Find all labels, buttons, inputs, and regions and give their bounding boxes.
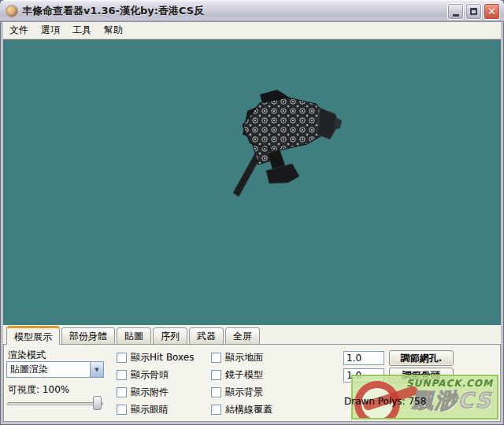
tab-fullscreen[interactable]: 全屏 bbox=[225, 327, 260, 344]
minimize-button[interactable] bbox=[447, 3, 464, 20]
menu-options[interactable]: 選項 bbox=[35, 22, 66, 39]
window-controls: ✕ bbox=[447, 3, 500, 20]
window-title: 丰條命查看器v1.36-漢化by:香港CS反 bbox=[22, 4, 204, 18]
maximize-button[interactable] bbox=[465, 3, 482, 20]
slider-track[interactable] bbox=[7, 402, 103, 405]
adjust-mesh-button[interactable]: 調節網孔. bbox=[389, 350, 454, 366]
model-viewport[interactable] bbox=[3, 39, 501, 325]
render-mode-select[interactable]: 貼圖渲染 ▼ bbox=[6, 361, 104, 378]
menu-bar: 文件 選項 工具 幫助 bbox=[3, 22, 501, 39]
tab-textures[interactable]: 貼圖 bbox=[117, 327, 151, 344]
menu-tools[interactable]: 工具 bbox=[66, 22, 98, 39]
control-panel: 渲染模式 貼圖渲染 ▼ 可視度: 100% 顯示Hit Boxes 顯示骨頭 bbox=[3, 344, 501, 422]
checkbox-icon[interactable] bbox=[117, 370, 127, 380]
app-icon[interactable] bbox=[6, 5, 18, 17]
titlebar: 丰條命查看器v1.36-漢化by:香港CS反 ✕ bbox=[0, 0, 504, 22]
checkbox-icon[interactable] bbox=[117, 387, 127, 397]
checkbox-icon[interactable] bbox=[211, 387, 221, 397]
drawn-polys-status: Drawn Polys: 758 bbox=[344, 396, 426, 407]
menu-file[interactable]: 文件 bbox=[3, 22, 35, 39]
chevron-down-icon[interactable]: ▼ bbox=[90, 362, 103, 377]
checkbox-icon[interactable] bbox=[117, 353, 127, 363]
checkbox-mirror-model[interactable]: 鏡子模型 bbox=[211, 368, 263, 382]
checkbox-show-bones[interactable]: 顯示骨頭 bbox=[117, 368, 169, 382]
weapon-model bbox=[213, 87, 346, 213]
checkbox-show-hitboxes[interactable]: 顯示Hit Boxes bbox=[117, 351, 194, 364]
tab-strip: 模型展示 部份身體 貼圖 序列 武器 全屏 bbox=[3, 325, 501, 344]
checkbox-show-attachments[interactable]: 顯示附件 bbox=[117, 386, 169, 399]
checkbox-show-ground[interactable]: 顯示地面 bbox=[211, 351, 263, 364]
app-window: 丰條命查看器v1.36-漢化by:香港CS反 ✕ 文件 選項 工具 幫助 bbox=[0, 0, 504, 425]
checkbox-show-background[interactable]: 顯示背景 bbox=[211, 386, 263, 399]
render-mode-label: 渲染模式 bbox=[8, 349, 46, 362]
tab-body-parts[interactable]: 部份身體 bbox=[61, 327, 115, 344]
checkbox-wireframe-overlay[interactable]: 結構線覆蓋 bbox=[211, 403, 272, 416]
slider-thumb[interactable] bbox=[93, 396, 102, 410]
checkbox-icon[interactable] bbox=[211, 353, 221, 363]
tab-weapons[interactable]: 武器 bbox=[189, 327, 224, 344]
tab-model-display[interactable]: 模型展示 bbox=[6, 326, 60, 345]
opacity-slider[interactable] bbox=[7, 396, 103, 412]
render-mode-value: 貼圖渲染 bbox=[7, 363, 90, 376]
close-button[interactable]: ✕ bbox=[484, 3, 500, 20]
client-area: 文件 選項 工具 幫助 bbox=[3, 22, 501, 422]
minimize-icon bbox=[453, 14, 459, 17]
checkbox-icon[interactable] bbox=[211, 370, 221, 380]
maximize-icon bbox=[470, 8, 477, 15]
checkbox-show-eyes[interactable]: 顯示眼睛 bbox=[117, 403, 169, 416]
menu-help[interactable]: 幫助 bbox=[98, 22, 129, 39]
mesh-scale-input[interactable] bbox=[343, 351, 384, 365]
checkbox-icon[interactable] bbox=[117, 405, 127, 415]
checkbox-icon[interactable] bbox=[211, 405, 221, 415]
tab-sequences[interactable]: 序列 bbox=[153, 327, 187, 344]
opacity-label: 可視度: 100% bbox=[8, 383, 69, 397]
